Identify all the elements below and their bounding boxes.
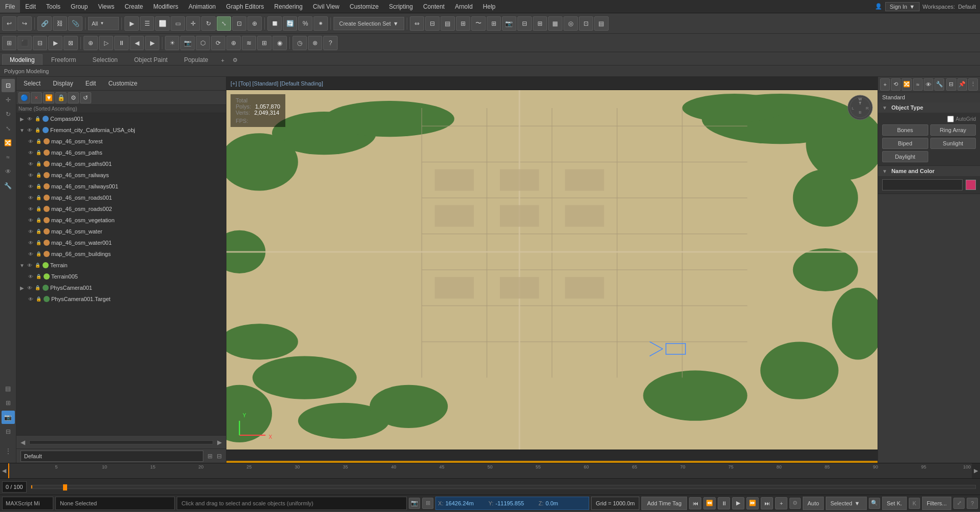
align-btn[interactable]: ⊟	[425, 16, 440, 31]
angle-snap[interactable]: 🔄	[283, 16, 297, 31]
add-time-tag-btn[interactable]: Add Time Tag	[641, 497, 687, 510]
lock-icon[interactable]: 🔒	[35, 150, 42, 155]
list-item[interactable]: 👁 🔒 Terrain005	[16, 271, 226, 282]
tab-object-paint[interactable]: Object Paint	[127, 54, 175, 65]
menu-modifiers[interactable]: Modifiers	[148, 0, 183, 13]
help-icon[interactable]: ?	[967, 498, 978, 509]
prev-frame-btn[interactable]: ◀	[130, 36, 144, 50]
visibility-icon[interactable]: 👁	[27, 139, 35, 144]
rotate-btn[interactable]: ↻	[201, 16, 216, 31]
shape-btn[interactable]: ⟳	[211, 36, 225, 50]
menu-help[interactable]: Help	[478, 0, 501, 13]
next-frame-btn2[interactable]: ⏩	[746, 497, 759, 509]
mirror-btn[interactable]: ⇔	[410, 16, 424, 31]
render-setup-btn[interactable]: ⊟	[33, 36, 47, 50]
quick-render-btn[interactable]: ▶	[48, 36, 62, 50]
viewport-canvas[interactable]: X Y Total Polys: 1,057,870 Verts: 2,049,…	[226, 90, 878, 450]
visibility-icon[interactable]: 👁	[27, 218, 35, 223]
open-substance-btn[interactable]: ◉	[273, 36, 287, 50]
list-item[interactable]: 👁 🔒 map_46_osm_paths	[16, 147, 226, 158]
snapshot-btn[interactable]: 📷	[502, 16, 516, 31]
manage-layers[interactable]: ▤	[594, 16, 609, 31]
left-icon-hierarchy[interactable]: 🔀	[2, 136, 15, 150]
select-object-btn[interactable]: ▶	[124, 16, 139, 31]
right-motion-btn[interactable]: ≈	[913, 78, 923, 91]
redo-button[interactable]: ↪	[17, 16, 32, 31]
scene-customize-btn[interactable]: Customize	[105, 79, 140, 88]
normal-align[interactable]: ▦	[548, 16, 562, 31]
play-btn[interactable]: ▶	[732, 497, 744, 509]
right-modify-btn[interactable]: ⟲	[891, 78, 901, 91]
mode-dropdown[interactable]: All ▼	[88, 17, 119, 30]
autogrid-checkbox[interactable]	[947, 116, 954, 122]
left-icon-utilities[interactable]: 🔧	[2, 179, 15, 193]
stop-btn[interactable]: ⏸	[718, 497, 730, 509]
helpers-btn[interactable]: ⊕	[84, 36, 98, 50]
expand-icon[interactable]: ▶	[18, 116, 26, 122]
region-select-btn[interactable]: ▭	[171, 16, 185, 31]
visibility-icon[interactable]: 👁	[27, 184, 35, 189]
helper-btn2[interactable]: ⊕	[226, 36, 241, 50]
play-anim-btn[interactable]: ▷	[99, 36, 113, 50]
spacewarp-btn[interactable]: ≋	[242, 36, 256, 50]
align2-btn[interactable]: ⊞	[533, 16, 547, 31]
frame-counter[interactable]: 0 / 100	[2, 481, 27, 493]
lock-icon[interactable]: 🔒	[35, 184, 42, 189]
nav-cube[interactable]: T B L R W	[847, 94, 873, 121]
left-icon-motion[interactable]: ≈	[2, 151, 15, 164]
tab-populate[interactable]: Populate	[176, 54, 216, 65]
scene-explorer-btn[interactable]: ⊞	[2, 36, 16, 50]
list-item[interactable]: 👁 🔒 map_46_osm_railways001	[16, 181, 226, 192]
lock-icon[interactable]: 🔒	[35, 274, 42, 279]
right-utils-btn[interactable]: 🔧	[934, 78, 944, 91]
menu-graph-editors[interactable]: Graph Editors	[221, 0, 269, 13]
layer-icon-2[interactable]: ⊟	[217, 453, 222, 460]
time-config-btn[interactable]: ⚙	[789, 498, 801, 509]
list-item[interactable]: 👁 🔒 PhysCamera001.Target	[16, 293, 226, 305]
scene-refresh-btn[interactable]: ↺	[80, 92, 91, 103]
scroll-left-btn[interactable]: ◀	[18, 439, 27, 446]
visibility-icon[interactable]: 👁	[27, 161, 35, 167]
ref-system-btn[interactable]: ⊕	[247, 16, 262, 31]
light-btn[interactable]: ☀	[165, 36, 179, 50]
auto-key-btn[interactable]: Auto	[803, 497, 824, 510]
menu-views[interactable]: Views	[93, 0, 119, 13]
list-item[interactable]: ▶ 👁 🔒 PhysCamera001	[16, 282, 226, 293]
timeline-cursor[interactable]	[8, 463, 9, 478]
visibility-icon[interactable]: 👁	[27, 206, 35, 212]
scene-display-btn[interactable]: Display	[50, 79, 76, 88]
biped-btn[interactable]: Biped	[882, 138, 928, 149]
menu-content[interactable]: Content	[418, 0, 450, 13]
maxscript-label[interactable]: MAXScript Mi	[2, 497, 53, 510]
selection-mode-dropdown[interactable]: Selected ▼	[826, 497, 867, 510]
tab-modeling[interactable]: Modeling	[2, 54, 43, 65]
menu-scripting[interactable]: Scripting	[384, 0, 418, 13]
move-btn[interactable]: ✛	[186, 16, 200, 31]
bones-btn[interactable]: Bones	[882, 124, 928, 136]
visibility-icon[interactable]: 👁	[26, 263, 34, 268]
array-btn[interactable]: ⊞	[487, 16, 501, 31]
left-icon-select[interactable]: ⊡	[2, 79, 15, 92]
next-frame-btn[interactable]: ▶	[145, 36, 159, 50]
left-icon-more[interactable]: ⋮	[2, 444, 15, 458]
stop-anim-btn[interactable]: ⏸	[114, 36, 129, 50]
name-color-header[interactable]: ▼ Name and Color	[878, 166, 980, 176]
list-item[interactable]: 👁 🔒 map_66_osm_buildings	[16, 248, 226, 260]
menu-edit[interactable]: Edit	[20, 0, 41, 13]
left-icon-rotate[interactable]: ↻	[2, 108, 15, 121]
search-icon[interactable]: 🔍	[869, 498, 880, 509]
left-icon-scale[interactable]: ⤡	[2, 122, 15, 135]
left-icon-scene[interactable]: ⊞	[2, 396, 15, 410]
menu-civil-view[interactable]: Civil View	[308, 0, 345, 13]
daylight-btn[interactable]: Daylight	[882, 151, 928, 162]
scale-btn[interactable]: ⤡	[217, 16, 231, 31]
undo-button[interactable]: ↩	[2, 16, 16, 31]
lock-icon[interactable]: 🔒	[35, 229, 42, 234]
play-back-btn[interactable]: ⏮	[689, 497, 701, 509]
sunlight-btn[interactable]: Sunlight	[930, 138, 976, 149]
list-item[interactable]: 👁 🔒 map_46_osm_water001	[16, 237, 226, 248]
list-item[interactable]: 👁 🔒 map_46_osm_roads001	[16, 192, 226, 203]
sign-in-button[interactable]: Sign In ▼	[885, 2, 920, 11]
menu-create[interactable]: Create	[119, 0, 148, 13]
expand-icon[interactable]: ▼	[18, 263, 26, 268]
